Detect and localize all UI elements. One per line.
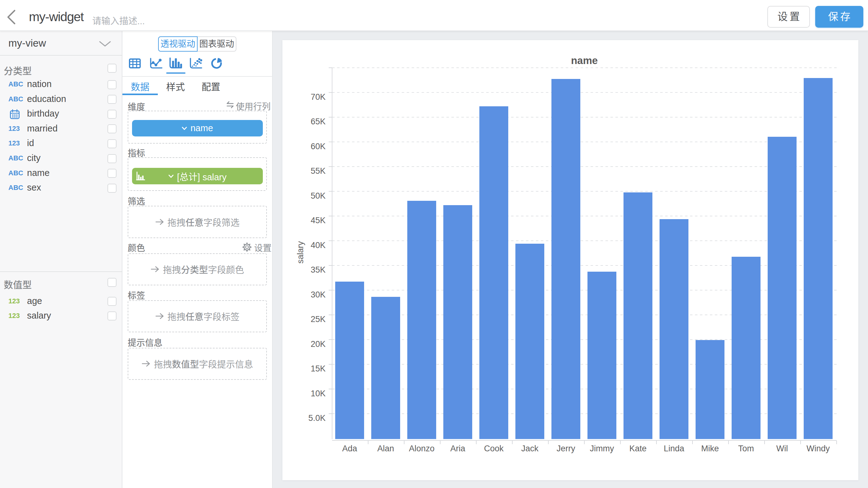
svg-text:Ada: Ada [342,444,357,453]
svg-text:Windy: Windy [806,444,830,453]
svg-text:50K: 50K [311,191,326,201]
svg-text:Wil: Wil [776,444,788,453]
svg-text:65K: 65K [311,117,326,126]
svg-text:Mike: Mike [701,444,719,453]
svg-text:55K: 55K [311,166,326,176]
svg-text:10K: 10K [311,389,326,398]
svg-text:Alonzo: Alonzo [409,444,435,453]
svg-text:Tom: Tom [738,444,754,453]
svg-text:45K: 45K [311,216,326,225]
svg-text:30K: 30K [311,290,326,299]
svg-text:name: name [571,55,598,66]
svg-text:Linda: Linda [663,444,684,453]
svg-text:Jerry: Jerry [557,444,575,453]
svg-text:70K: 70K [311,92,326,102]
svg-text:Jack: Jack [521,444,539,453]
svg-text:60K: 60K [311,142,326,151]
svg-text:salary: salary [296,241,305,264]
svg-text:20K: 20K [311,339,326,349]
svg-text:5.0K: 5.0K [308,414,326,423]
svg-text:Jimmy: Jimmy [590,444,614,453]
svg-text:15K: 15K [311,364,326,373]
svg-text:Kate: Kate [629,444,647,453]
svg-text:25K: 25K [311,314,326,324]
svg-text:Aria: Aria [450,444,465,453]
svg-text:Cook: Cook [484,444,504,453]
svg-text:40K: 40K [311,241,326,250]
svg-text:Alan: Alan [377,444,394,453]
svg-text:35K: 35K [311,265,326,274]
